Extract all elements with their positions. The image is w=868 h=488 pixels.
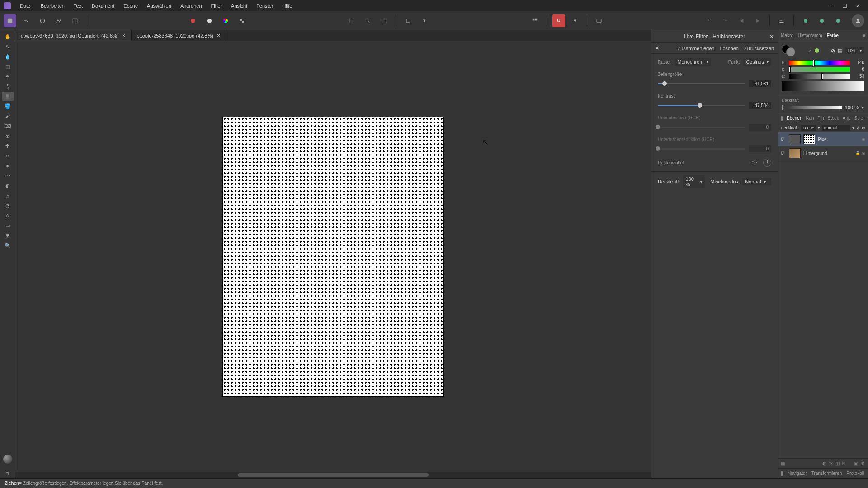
punkt-dropdown[interactable]: Cosinus xyxy=(743,58,771,66)
select-invert-button[interactable] xyxy=(378,14,391,27)
color-swatches[interactable] xyxy=(782,45,795,56)
resource-1-button[interactable] xyxy=(799,14,812,27)
brush-tool[interactable]: 🖌 xyxy=(2,112,14,121)
undo-button[interactable]: ↶ xyxy=(703,14,715,27)
swap-colors[interactable]: ⇅ xyxy=(2,469,14,478)
snap-toggle-button[interactable] xyxy=(552,14,565,27)
resource-3-button[interactable] xyxy=(832,14,844,27)
filter-opacity-dropdown[interactable]: 100 % xyxy=(683,175,705,188)
zoom-tool[interactable]: 🔍 xyxy=(2,241,14,250)
gear-icon[interactable]: ⚙ xyxy=(856,126,860,130)
eraser-tool[interactable]: ⌫ xyxy=(2,122,14,131)
flood-tool[interactable]: 🪣 xyxy=(2,102,14,111)
canvas-image[interactable] xyxy=(222,117,444,397)
shape-tool[interactable]: ▭ xyxy=(2,221,14,230)
sat-value[interactable]: 0 xyxy=(853,67,864,72)
delete-icon[interactable]: 🗑 xyxy=(861,461,865,466)
opacity-slider[interactable] xyxy=(787,106,842,109)
close-icon[interactable]: ✕ xyxy=(769,33,774,40)
color-none-icon[interactable]: ⊘ xyxy=(831,48,835,54)
selection-brush-tool[interactable]: ░ xyxy=(2,92,14,101)
menu-ebene[interactable]: Ebene xyxy=(120,1,142,10)
close-panel-icon[interactable]: ✕ xyxy=(655,45,659,51)
menu-hilfe[interactable]: Hilfe xyxy=(278,1,296,10)
snap-dropdown[interactable]: ▾ xyxy=(569,14,581,27)
smudge-tool[interactable]: 〰 xyxy=(2,171,14,180)
foreground-color[interactable] xyxy=(2,455,14,464)
swatch-red-button[interactable] xyxy=(187,14,199,27)
pause-icon[interactable]: ‖ xyxy=(781,471,783,476)
recent-color[interactable] xyxy=(815,48,819,53)
sat-slider[interactable] xyxy=(789,67,850,72)
filter-blend-dropdown[interactable]: Normal xyxy=(742,178,771,185)
account-button[interactable] xyxy=(852,14,864,27)
persona-photo-button[interactable] xyxy=(4,14,16,27)
reset-button[interactable]: Zurücksetzen xyxy=(744,46,774,51)
crop-tool[interactable]: ◫ xyxy=(2,62,14,71)
tone-map-button[interactable] xyxy=(52,14,65,27)
adj-icon[interactable]: ◐ xyxy=(822,461,826,466)
sponge-tool[interactable]: ◔ xyxy=(2,201,14,210)
swatch-multi-button[interactable] xyxy=(219,14,232,27)
pause-icon[interactable]: ‖ xyxy=(781,116,783,121)
align-button[interactable] xyxy=(775,14,788,27)
fx-icon[interactable]: fx xyxy=(829,461,833,466)
move-tool[interactable]: ↖ xyxy=(2,42,14,51)
node-tool[interactable]: ⟆ xyxy=(2,82,14,91)
close-icon[interactable]: × xyxy=(122,33,125,39)
menu-auswaehlen[interactable]: Auswählen xyxy=(143,1,175,10)
opacity-stepper-icon[interactable]: ▸ xyxy=(862,104,864,110)
tab-transformieren[interactable]: Transformieren xyxy=(811,471,842,476)
raster-dropdown[interactable]: Monochrom xyxy=(675,58,711,66)
tab-people[interactable]: people-2583848_1920.jpg (42,8%) × xyxy=(132,30,226,41)
blur-tool[interactable]: ◐ xyxy=(2,181,14,190)
contrast-slider[interactable] xyxy=(658,105,745,106)
tab-navigator[interactable]: Navigator xyxy=(788,471,807,476)
lig-value[interactable]: 53 xyxy=(853,74,864,79)
clone-tool[interactable]: ⊕ xyxy=(2,131,14,141)
heal-tool[interactable]: ✚ xyxy=(2,141,14,150)
export-persona-button[interactable] xyxy=(69,14,81,27)
tab-stile[interactable]: Stile xyxy=(854,116,863,121)
dodge-tool[interactable]: ○ xyxy=(2,151,14,160)
tab-anp[interactable]: Anp xyxy=(843,116,851,121)
canvas-viewport[interactable] xyxy=(15,41,651,472)
menu-anordnen[interactable]: Anordnen xyxy=(177,1,206,10)
angle-value[interactable]: 0 ° xyxy=(751,160,758,165)
cellsize-value[interactable]: 31,031 xyxy=(749,80,771,87)
delete-button[interactable]: Löschen xyxy=(720,46,739,51)
back-button[interactable]: ◀ xyxy=(735,14,748,27)
visibility-icon[interactable]: ☑ xyxy=(781,151,786,156)
layer-opacity-dropdown[interactable]: 100 % xyxy=(801,125,816,131)
contrast-value[interactable]: 47,534 xyxy=(749,102,771,109)
menu-ansicht[interactable]: Ansicht xyxy=(227,1,251,10)
color-mode-dropdown[interactable]: HSL xyxy=(845,47,864,54)
sharpen-tool[interactable]: △ xyxy=(2,191,14,200)
mask-icon[interactable]: ▦ xyxy=(781,461,785,466)
opacity-pause-icon[interactable]: ‖ xyxy=(782,104,784,110)
layer-pixel[interactable]: ☑ Pixel ◉ xyxy=(778,132,868,146)
close-button[interactable]: ✕ xyxy=(852,1,864,10)
close-icon[interactable]: × xyxy=(217,33,220,39)
color-picker-tool[interactable]: 💧 xyxy=(2,52,14,61)
tab-protokoll[interactable]: Protokoll xyxy=(846,471,864,476)
liquify-persona-button[interactable] xyxy=(20,14,33,27)
hand-tool[interactable]: ✋ xyxy=(2,32,14,41)
lig-slider[interactable] xyxy=(789,74,850,79)
panel-menu-icon[interactable]: ≡ xyxy=(863,33,865,38)
hue-slider[interactable] xyxy=(789,61,850,65)
text-tool[interactable]: A xyxy=(2,211,14,220)
menu-fenster[interactable]: Fenster xyxy=(253,1,277,10)
swatch-white-button[interactable] xyxy=(203,14,216,27)
crop-dropdown[interactable]: ▾ xyxy=(418,14,431,27)
group-icon[interactable]: ▣ xyxy=(854,461,858,466)
menu-datei[interactable]: Datei xyxy=(16,1,35,10)
lock-icon[interactable]: 🔒 xyxy=(855,151,860,155)
redo-button[interactable]: ↷ xyxy=(719,14,731,27)
layer-visible-icon[interactable]: ◉ xyxy=(862,151,865,155)
tab-histogramm[interactable]: Histogramm xyxy=(798,33,822,38)
burn-tool[interactable]: ● xyxy=(2,161,14,170)
menu-bearbeiten[interactable]: Bearbeiten xyxy=(37,1,68,10)
tab-makro[interactable]: Makro xyxy=(781,33,793,38)
scrollbar-thumb[interactable] xyxy=(238,473,429,477)
